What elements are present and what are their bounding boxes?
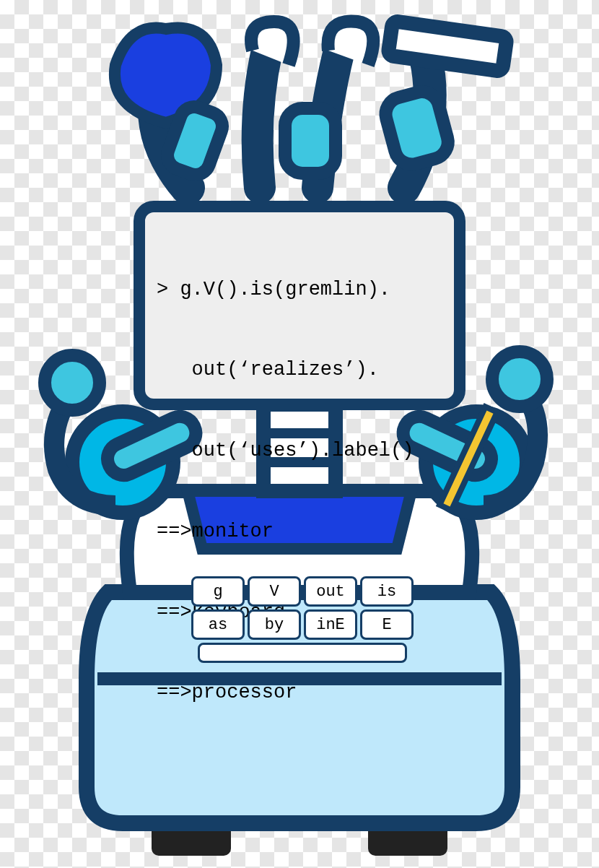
code-monitor: > g.V().is(gremlin). out(‘realizes’). ou… [134,201,465,410]
key-ine[interactable]: inE [304,609,357,640]
code-line: out(‘uses’).label() [157,438,442,464]
key-as[interactable]: as [191,609,245,640]
key-g[interactable]: g [191,576,245,607]
keyboard-row: as by inE E [191,609,414,640]
key-spacebar[interactable] [198,643,407,663]
key-out[interactable]: out [304,576,357,607]
svg-rect-15 [388,21,507,71]
keyboard-row: g V out is [191,576,414,607]
key-by[interactable]: by [248,609,301,640]
code-line: > g.V().is(gremlin). [157,277,442,303]
code-line: ==>monitor [157,518,442,545]
illustration-stage: > g.V().is(gremlin). out(‘realizes’). ou… [0,0,599,868]
key-v[interactable]: V [248,576,301,607]
key-e[interactable]: E [360,609,414,640]
svg-rect-16 [382,88,452,168]
keyboard: g V out is as by inE E [191,576,414,663]
code-line: out(‘realizes’). [157,357,442,383]
svg-point-17 [492,352,547,407]
svg-rect-14 [285,108,336,173]
key-is[interactable]: is [360,576,414,607]
code-line: ==>processor [157,680,442,706]
svg-point-11 [45,355,100,410]
